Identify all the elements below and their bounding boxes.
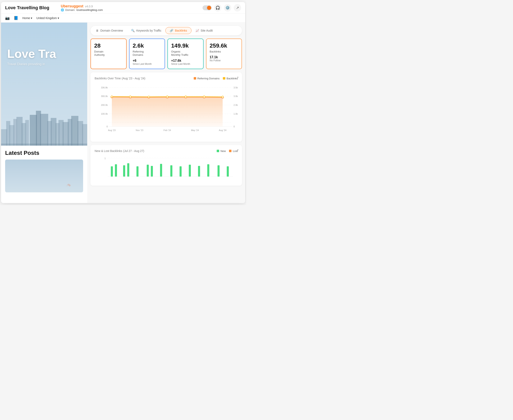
svg-text:336.8k: 336.8k [101, 86, 108, 89]
top-bar-actions: 🎧 ⚙️ ↗ [203, 4, 241, 11]
svg-rect-65 [160, 164, 162, 177]
svg-rect-60 [123, 165, 125, 177]
gear-icon: ⚙️ [225, 6, 230, 10]
site-title: Love Travelling Blog [5, 5, 49, 10]
monitor-icon: 🖥 [96, 29, 99, 32]
svg-text:200.0k: 200.0k [101, 104, 108, 106]
keywords-icon: 🔍 [131, 29, 135, 32]
backlinks-icon: 🔗 [170, 29, 173, 32]
expand-new-lost-icon[interactable]: ↗ [236, 148, 239, 152]
city-skyline [1, 109, 87, 146]
blog-hero-text: Love Tra Travel Diaries providing in [7, 47, 81, 66]
svg-text:May '24: May '24 [191, 129, 199, 131]
backlinks-chart-svg: 336.8k 300.0k 200.0k 100.0k 0 3.5k 3.0k … [95, 83, 238, 137]
metric-referring-domains: 2.6k ReferringDomains +6 Since Last Mont… [129, 38, 165, 69]
svg-point-43 [111, 96, 113, 98]
legend-new: New [217, 150, 226, 153]
legend-backlinks: Backlinks [223, 77, 238, 80]
external-link-icon: ↗ [236, 6, 239, 10]
svg-text:300.0k: 300.0k [101, 95, 108, 98]
svg-text:100.0k: 100.0k [101, 112, 108, 115]
home-nav-link[interactable]: Home ▾ [22, 16, 32, 20]
site-nav: 📷 📘 Home ▾ United Kingdom ▾ [1, 14, 245, 22]
new-lost-chart-title: New & Lost Backlinks (Jul 27 - Aug 27) [95, 149, 144, 153]
svg-point-44 [130, 96, 131, 98]
metric-cards: 28 DomainAuthority 2.6k ReferringDomains… [91, 38, 242, 69]
instagram-icon[interactable]: 📷 [5, 16, 10, 20]
svg-text:1: 1 [104, 157, 106, 159]
svg-rect-70 [207, 164, 209, 177]
export-button[interactable]: ↗ [234, 4, 241, 11]
svg-text:0: 0 [234, 125, 235, 128]
svg-rect-62 [137, 166, 138, 177]
svg-text:Nov '23: Nov '23 [136, 129, 143, 131]
svg-rect-66 [170, 165, 172, 177]
svg-text:Aug '24: Aug '24 [219, 129, 227, 131]
right-panel: 🖥 Domain Overview 🔍 Keywords by Traffic … [87, 22, 245, 203]
referring-domains-legend-dot [194, 77, 196, 80]
svg-point-47 [185, 96, 186, 98]
tabs-container: 🖥 Domain Overview 🔍 Keywords by Traffic … [91, 26, 242, 35]
new-lost-chart-svg: 1 [95, 156, 238, 181]
svg-rect-7 [30, 115, 37, 146]
new-lost-chart-legend: New Lost [217, 150, 238, 153]
tab-keywords-by-traffic[interactable]: 🔍 Keywords by Traffic [127, 27, 165, 34]
new-lost-chart-svg-container: 1 [95, 156, 238, 181]
svg-rect-18 [82, 124, 87, 146]
settings-button[interactable]: ⚙️ [224, 4, 231, 11]
backlinks-over-time-card: ↗ Backlinks Over Time (Aug '23 - Aug '24… [91, 72, 242, 142]
blog-preview: Love Tra Travel Diaries providing in Lat… [1, 22, 87, 203]
ubersuggest-brand: Ubersuggest v4.0.9 🌐 Domain: lovetravell… [61, 4, 103, 11]
latest-posts-title: Latest Posts [5, 150, 83, 156]
globe-icon: 🌐 [61, 8, 64, 11]
backlinks-chart-svg-container: 336.8k 300.0k 200.0k 100.0k 0 3.5k 3.0k … [95, 83, 238, 138]
audit-icon: 📈 [196, 29, 199, 32]
support-button[interactable]: 🎧 [214, 4, 222, 11]
headset-icon: 🎧 [215, 6, 220, 10]
location-chevron-icon: ▾ [58, 16, 59, 20]
legend-referring-domains: Referring Domains [194, 77, 220, 80]
svg-rect-68 [189, 165, 191, 177]
tab-site-audit[interactable]: 📈 Site Audit [191, 27, 217, 34]
svg-rect-9 [40, 114, 48, 146]
svg-rect-67 [180, 166, 182, 177]
svg-rect-69 [198, 166, 200, 177]
svg-rect-72 [227, 166, 229, 177]
facebook-icon[interactable]: 📘 [14, 16, 18, 20]
svg-text:2.0k: 2.0k [234, 104, 238, 106]
svg-point-46 [166, 96, 168, 98]
blog-hero-subtitle: Travel Diaries providing in [7, 62, 81, 66]
svg-rect-58 [111, 166, 113, 177]
lost-legend-dot [229, 150, 231, 152]
toggle-switch[interactable] [203, 5, 212, 10]
svg-text:0: 0 [107, 125, 108, 128]
home-chevron-icon: ▾ [31, 16, 32, 20]
svg-rect-64 [151, 166, 153, 177]
bird-icon [65, 182, 77, 188]
chart-legend: Referring Domains Backlinks [194, 77, 238, 80]
domain-info: 🌐 Domain: lovetravellingblog.com [61, 8, 103, 11]
post-thumbnail [5, 159, 83, 192]
toggle-knob [207, 6, 211, 10]
new-lost-backlinks-card: ↗ New & Lost Backlinks (Jul 27 - Aug 27)… [91, 145, 242, 186]
svg-text:1.0k: 1.0k [234, 112, 238, 115]
ubersuggest-version: v4.0.9 [85, 5, 93, 8]
backlinks-chart-title: Backlinks Over Time (Aug '23 - Aug '24) [95, 76, 145, 80]
svg-text:3.5k: 3.5k [234, 86, 238, 89]
tab-domain-overview[interactable]: 🖥 Domain Overview [92, 27, 127, 34]
svg-rect-16 [71, 116, 78, 146]
metric-organic-traffic: 149.9k OrganicMonthly Traffic +17.6k Sin… [168, 38, 204, 69]
location-nav-link[interactable]: United Kingdom ▾ [36, 16, 59, 20]
expand-chart-icon[interactable]: ↗ [236, 76, 239, 80]
svg-rect-61 [127, 163, 129, 177]
svg-rect-19 [1, 143, 87, 146]
svg-rect-71 [217, 165, 220, 177]
svg-text:Aug '23: Aug '23 [108, 129, 116, 131]
svg-text:Feb '24: Feb '24 [164, 129, 171, 131]
svg-rect-6 [25, 120, 29, 146]
svg-rect-63 [147, 165, 149, 177]
ubersuggest-name: Ubersuggest [61, 4, 83, 8]
backlinks-legend-dot [223, 77, 225, 80]
blog-hero-title: Love Tra [7, 47, 81, 60]
tab-backlinks[interactable]: 🔗 Backlinks [165, 27, 191, 34]
